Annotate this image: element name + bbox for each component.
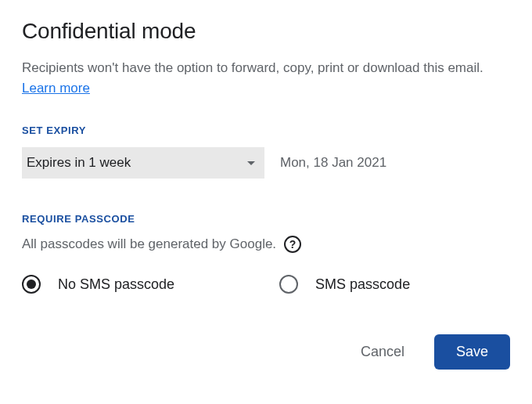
learn-more-link[interactable]: Learn more [22,81,90,96]
radio-sms-passcode[interactable]: SMS passcode [279,275,410,294]
radio-icon [22,275,41,294]
set-expiry-label: SET EXPIRY [22,124,510,136]
passcode-description: All passcodes will be generated by Googl… [22,236,276,252]
chevron-down-icon [247,161,255,165]
radio-label-no-sms: No SMS passcode [58,276,174,293]
passcode-description-row: All passcodes will be generated by Googl… [22,236,510,253]
radio-label-sms: SMS passcode [315,276,410,293]
expiry-dropdown[interactable]: Expires in 1 week [22,147,264,179]
expiry-dropdown-value: Expires in 1 week [27,155,131,171]
cancel-button[interactable]: Cancel [356,337,409,366]
help-icon[interactable]: ? [284,236,301,253]
dialog-description: Recipients won't have the option to forw… [22,58,510,98]
dialog-title: Confidential mode [22,19,510,44]
expiry-date-text: Mon, 18 Jan 2021 [280,155,386,171]
radio-selected-dot [27,280,36,289]
description-text: Recipients won't have the option to forw… [22,60,483,75]
require-passcode-label: REQUIRE PASSCODE [22,213,510,225]
expiry-row: Expires in 1 week Mon, 18 Jan 2021 [22,147,510,179]
radio-icon [279,275,298,294]
passcode-radio-group: No SMS passcode SMS passcode [22,275,510,294]
radio-no-sms-passcode[interactable]: No SMS passcode [22,275,174,294]
save-button[interactable]: Save [434,334,510,370]
dialog-button-row: Cancel Save [22,334,510,370]
